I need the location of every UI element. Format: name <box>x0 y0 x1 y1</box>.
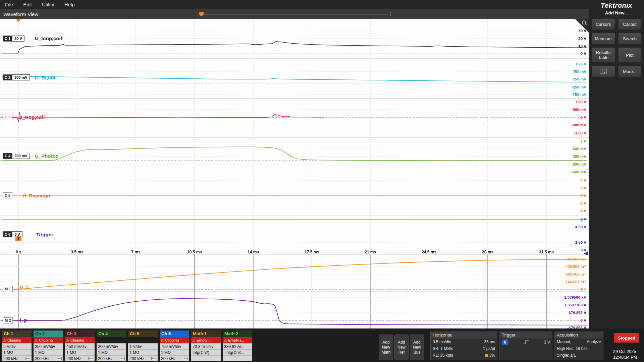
acquisition-mode: Manual, <box>557 340 571 344</box>
acquisition-panel[interactable]: Acquisition Manual, Analyze High Res: 16… <box>554 331 603 360</box>
channel-setting-row: 200 kHzBw <box>97 355 126 361</box>
channel-setting-row: 1 MΩ <box>160 349 189 355</box>
m1-badge-chip: M 1 <box>3 286 13 292</box>
run-stop-button[interactable]: Stopped <box>614 333 639 343</box>
menu-file[interactable]: File <box>0 2 18 7</box>
results-table-button[interactable]: Results Table <box>592 47 615 63</box>
channel-badge-ch-5[interactable]: Ch 51 V/div1 MΩ200 kHzBw <box>128 330 158 361</box>
record-view-minimap[interactable] <box>199 11 390 17</box>
m1-axis-label: 146.651 mT <box>566 280 586 284</box>
c5-channel-label[interactable]: U_Diamagn <box>22 193 50 198</box>
c2-channel-label[interactable]: U_Bt,coil <box>35 75 57 80</box>
channel-setting-row: Intg(Ch2)... <box>191 349 221 355</box>
add-new-label: Add New... <box>589 10 644 15</box>
m2-channel-label[interactable]: I_p <box>20 317 27 323</box>
menu-utility[interactable]: Utility <box>37 2 59 7</box>
setting-text: 1 MΩ <box>3 350 13 355</box>
horizontal-panel[interactable]: Horizontal 3.5 ms/div35 msSR: 1 MS/s1 µs… <box>430 331 497 360</box>
add-new-bus-button[interactable]: AddNewBus <box>410 335 424 360</box>
m2-badge[interactable]: M 2 <box>3 317 13 323</box>
waveform-view-canvas[interactable]: C 120 VU_loop,coil30 V20 V10 V0 VC 2300 … <box>0 19 589 328</box>
channel-badge-ch-1[interactable]: Ch 1⚠Clipping5 V/div1 MΩ200 kHzBw <box>2 330 32 361</box>
trigger-panel[interactable]: Trigger 6 3 V <box>499 331 552 360</box>
setting-text: 200 kHz <box>35 356 50 361</box>
c4-axis-label: 1 V <box>581 139 586 143</box>
time-axis-label: 7 ms <box>130 250 141 254</box>
channel-badge-math-2[interactable]: Math 2⚠Empty i...339.92 A/...-Intg(Ch3..… <box>223 330 252 361</box>
m2-badge-chip: M 2 <box>3 317 13 323</box>
add-new-ref-button[interactable]: AddNewRef <box>394 335 409 360</box>
c6-channel-label[interactable]: Trigger <box>36 232 53 237</box>
channel-setting-row: 200 kHzBw <box>2 355 32 361</box>
time-axis-label: 14 ms <box>247 250 260 254</box>
cursors-button[interactable]: Cursors <box>592 18 615 30</box>
channel-badge-ch-4[interactable]: Ch 4200 mV/div1 MΩ200 kHzBw <box>97 330 126 361</box>
trigger-position-marker[interactable] <box>16 19 21 22</box>
more-button[interactable]: More... <box>618 66 642 77</box>
channel-name: Ch 6 <box>160 330 189 337</box>
trigger-level-badge[interactable]: T <box>15 236 21 241</box>
minimap-right-bracket[interactable] <box>387 12 390 16</box>
channel-setting-row: 750 mV/div <box>160 343 189 349</box>
menu-edit[interactable]: Edit <box>18 2 37 7</box>
c3-channel-label[interactable]: U_Rog,coil <box>18 114 45 120</box>
plot-button[interactable]: Plot <box>618 47 642 63</box>
channel-setting-row <box>223 355 252 361</box>
waveform-view-titlebar[interactable]: Waveform View <box>0 9 589 19</box>
setting-text: 450 mV/div <box>66 344 87 349</box>
setting-text: 200 kHz <box>129 356 144 361</box>
c5-badge[interactable]: C 5 <box>3 192 12 198</box>
channel-badges: Ch 1⚠Clipping5 V/div1 MΩ200 kHzBwCh 2⚠Cl… <box>2 330 252 361</box>
m1-badge[interactable]: M 1 <box>3 286 13 292</box>
zoom-overview-button[interactable] <box>592 66 615 77</box>
horizontal-right-value: 1 µs/pt <box>483 346 495 351</box>
setting-text: 1 MΩ <box>98 350 108 355</box>
horizontal-right-text: 3% <box>489 353 495 358</box>
right-panel-buttons: CursorsCalloutMeasureSearchResults Table… <box>589 18 644 77</box>
c1-channel-label[interactable]: U_loop,coil <box>35 36 62 41</box>
setting-text: 200 mV/div <box>98 344 118 349</box>
c3-badge[interactable]: C 3 <box>3 114 12 120</box>
menu-help[interactable]: Help <box>59 2 80 7</box>
measure-button[interactable]: Measure <box>592 33 615 44</box>
c4-badge[interactable]: C 4200 mV <box>3 153 30 159</box>
channel-badge-ch-2[interactable]: Ch 2⚠Clipping250 mV/div1 MΩ200 kHzBw <box>34 330 63 361</box>
horizontal-right-value: 3% <box>485 353 495 358</box>
channel-badge-math-1[interactable]: Math 1⚠Empty i...73.3 mT/divIntg(Ch2)... <box>191 330 221 361</box>
c5-axis-label: 2 V <box>581 186 586 190</box>
c3-axis-label: 1.80 V <box>575 100 586 104</box>
m2-axis-label: 679.855 A <box>569 311 586 315</box>
bottom-bar: Ch 1⚠Clipping5 V/div1 MΩ200 kHzBwCh 2⚠Cl… <box>0 328 644 362</box>
c2-badge[interactable]: C 2300 mV <box>3 74 30 80</box>
channel-setting-row: 1 MΩ <box>97 349 126 355</box>
trigger-source-badge[interactable]: 6 <box>502 340 508 345</box>
c4-badge-chip: C 4 <box>3 153 12 159</box>
waveform-overlays: C 120 VU_loop,coil30 V20 V10 V0 VC 2300 … <box>0 19 589 328</box>
c5-axis-label: 0 V <box>581 194 586 198</box>
horizontal-right-value: 35 ms <box>484 340 495 344</box>
time-axis-label: 10.5 ms <box>186 250 203 254</box>
c1-badge[interactable]: C 120 V <box>3 36 24 42</box>
channel-setting-row: 450 mV/div <box>65 343 95 349</box>
c6-badge-chip: C 6 <box>3 231 12 237</box>
m1-channel-label[interactable]: B_t <box>20 284 28 290</box>
channel-setting-row: 1 V/div <box>128 343 158 349</box>
search-button[interactable]: Search <box>618 33 642 44</box>
warning-icon: ⚠ <box>3 338 6 343</box>
channel-badge-ch-3[interactable]: Ch 3⚠Clipping450 mV/div1 MΩ200 kHzBw <box>65 330 95 361</box>
panel-drawer-handle[interactable] <box>587 166 590 179</box>
m1-axis-label: 586.605 mT <box>566 257 586 261</box>
channel-name: Ch 4 <box>97 330 126 337</box>
callout-button[interactable]: Callout <box>618 18 642 30</box>
c2-axis-label: 1.25 V <box>575 62 586 66</box>
rising-edge-icon <box>523 340 529 345</box>
minimap-trigger-marker[interactable] <box>199 12 204 16</box>
c5-axis-label: -4 V <box>579 209 586 213</box>
c3-axis-label: 900 mV <box>573 108 586 112</box>
m1-axis-label: 0 T <box>581 287 586 291</box>
add-new-math-button[interactable]: AddNewMath <box>379 335 393 360</box>
channel-badge-ch-6[interactable]: Ch 6⚠Clipping750 mV/div1 MΩ200 kHzBw <box>160 330 189 361</box>
c1-axis-label: 10 V <box>578 44 586 48</box>
c4-channel-label[interactable]: U_Photod <box>35 153 59 159</box>
trigger-level-arrow[interactable] <box>584 251 588 255</box>
